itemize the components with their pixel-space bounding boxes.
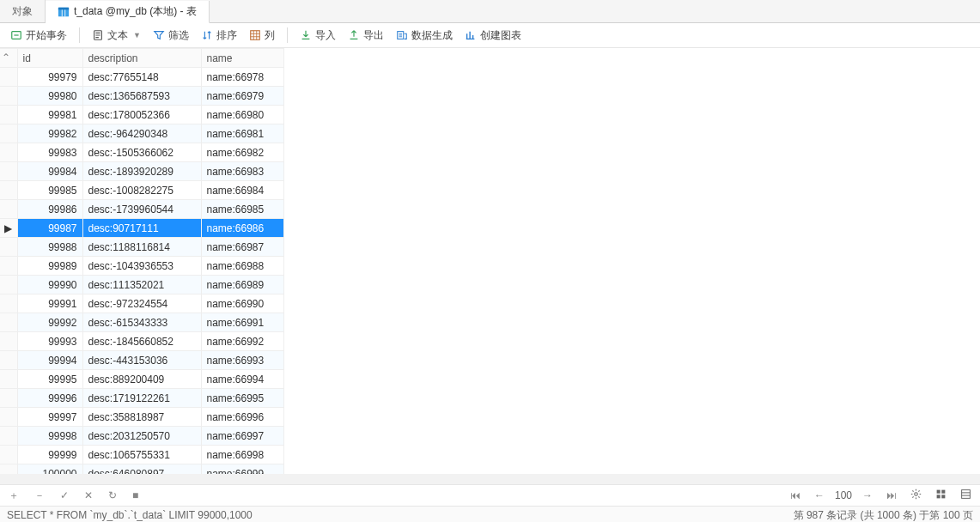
cell-name[interactable]: name:66979 (201, 87, 283, 106)
page-size-value[interactable]: 100 (835, 489, 852, 501)
first-page-button[interactable]: ⏮ (787, 488, 804, 503)
cell-description[interactable]: desc:-1739960544 (82, 200, 201, 219)
table-row[interactable]: 99994desc:-443153036name:66993 (0, 351, 283, 370)
cell-id[interactable]: 99980 (17, 87, 82, 106)
cell-name[interactable]: name:66990 (201, 294, 283, 313)
cell-description[interactable]: desc:90717111 (82, 219, 201, 238)
cell-name[interactable]: name:66984 (201, 181, 283, 200)
cell-description[interactable]: desc:-972324554 (82, 294, 201, 313)
cell-description[interactable]: desc:-443153036 (82, 351, 201, 370)
cell-description[interactable]: desc:1719122261 (82, 389, 201, 408)
cell-description[interactable]: desc:358818987 (82, 408, 201, 427)
cell-description[interactable]: desc:111352021 (82, 276, 201, 294)
cell-description[interactable]: desc:77655148 (82, 68, 201, 87)
table-row[interactable]: 99993desc:-1845660852name:66992 (0, 332, 283, 351)
cell-name[interactable]: name:66997 (201, 427, 283, 446)
cell-id[interactable]: 99992 (17, 313, 82, 332)
cell-id[interactable]: 99999 (17, 446, 82, 464)
column-header-description[interactable]: description (82, 49, 201, 68)
cell-id[interactable]: 99995 (17, 370, 82, 389)
cell-id[interactable]: 99990 (17, 276, 82, 294)
table-row[interactable]: 99997desc:358818987name:66996 (0, 408, 283, 427)
cell-description[interactable]: desc:1780052366 (82, 106, 201, 124)
table-row[interactable]: 99985desc:-1008282275name:66984 (0, 181, 283, 200)
cell-id[interactable]: 99985 (17, 181, 82, 200)
cancel-button[interactable]: ✕ (81, 488, 96, 503)
cell-description[interactable]: desc:-964290348 (82, 124, 201, 143)
cell-id[interactable]: 99991 (17, 294, 82, 313)
column-header-name[interactable]: name (201, 49, 283, 68)
cell-description[interactable]: desc:-1505366062 (82, 143, 201, 162)
table-row[interactable]: 99980desc:1365687593name:66979 (0, 87, 283, 106)
cell-name[interactable]: name:66996 (201, 408, 283, 427)
cell-description[interactable]: desc:-615343333 (82, 313, 201, 332)
cell-name[interactable]: name:66992 (201, 332, 283, 351)
cell-name[interactable]: name:66994 (201, 370, 283, 389)
columns-button[interactable]: 列 (244, 27, 280, 45)
cell-description[interactable]: desc:-1043936553 (82, 257, 201, 276)
tab-active-table[interactable]: t_data @my_db (本地) - 表 (46, 1, 210, 23)
filter-button[interactable]: 筛选 (148, 27, 194, 45)
cell-description[interactable]: desc:-1845660852 (82, 332, 201, 351)
cell-description[interactable]: desc:2031250570 (82, 427, 201, 446)
stop-button[interactable]: ■ (129, 488, 142, 503)
cell-name[interactable]: name:66983 (201, 162, 283, 181)
sort-button[interactable]: 排序 (196, 27, 242, 45)
next-page-button[interactable]: → (859, 488, 876, 503)
table-row[interactable]: 99996desc:1719122261name:66995 (0, 389, 283, 408)
table-row[interactable]: 99982desc:-964290348name:66981 (0, 124, 283, 143)
cell-description[interactable]: desc:1065755331 (82, 446, 201, 464)
cell-id[interactable]: 99986 (17, 200, 82, 219)
cell-name[interactable]: name:66981 (201, 124, 283, 143)
cell-name[interactable]: name:66988 (201, 257, 283, 276)
refresh-button[interactable]: ↻ (105, 488, 120, 503)
cell-name[interactable]: name:66986 (201, 219, 283, 238)
cell-id[interactable]: 99997 (17, 408, 82, 427)
last-page-button[interactable]: ⏭ (883, 488, 900, 503)
table-row[interactable]: 99988desc:1188116814name:66987 (0, 238, 283, 257)
cell-description[interactable]: desc:-1008282275 (82, 181, 201, 200)
import-button[interactable]: 导入 (295, 27, 341, 45)
table-row[interactable]: 99984desc:-1893920289name:66983 (0, 162, 283, 181)
data-generation-button[interactable]: 数据生成 (391, 27, 458, 45)
cell-name[interactable]: name:66989 (201, 276, 283, 294)
cell-id[interactable]: 99979 (17, 68, 82, 87)
cell-name[interactable]: name:66978 (201, 68, 283, 87)
cell-id[interactable]: 99998 (17, 427, 82, 446)
table-row[interactable]: 99979desc:77655148name:66978 (0, 68, 283, 87)
table-row[interactable]: 99986desc:-1739960544name:66985 (0, 200, 283, 219)
grid-view-toggle[interactable] (932, 487, 950, 504)
table-row[interactable]: 99989desc:-1043936553name:66988 (0, 257, 283, 276)
column-header-id[interactable]: id (17, 49, 82, 68)
cell-id[interactable]: 99983 (17, 143, 82, 162)
begin-transaction-button[interactable]: 开始事务 (5, 27, 72, 45)
cell-name[interactable]: name:66985 (201, 200, 283, 219)
tab-objects[interactable]: 对象 (0, 0, 46, 22)
table-row[interactable]: 99998desc:2031250570name:66997 (0, 427, 283, 446)
table-row[interactable]: 99995desc:889200409name:66994 (0, 370, 283, 389)
cell-description[interactable]: desc:889200409 (82, 370, 201, 389)
text-view-button[interactable]: 文本 ▼ (87, 27, 146, 45)
table-row[interactable]: 99992desc:-615343333name:66991 (0, 313, 283, 332)
cell-name[interactable]: name:66998 (201, 446, 283, 464)
cell-name[interactable]: name:66980 (201, 106, 283, 124)
cell-name[interactable]: name:66991 (201, 313, 283, 332)
commit-button[interactable]: ✓ (57, 488, 72, 503)
cell-id[interactable]: 99988 (17, 238, 82, 257)
cell-id[interactable]: 99996 (17, 389, 82, 408)
data-grid[interactable]: id description name 99979desc:77655148na… (0, 48, 284, 483)
cell-id[interactable]: 99989 (17, 257, 82, 276)
cell-id[interactable]: 99994 (17, 351, 82, 370)
horizontal-scrollbar[interactable] (0, 474, 980, 484)
cell-name[interactable]: name:66995 (201, 389, 283, 408)
cell-name[interactable]: name:66987 (201, 238, 283, 257)
table-row[interactable]: ▶99987desc:90717111name:66986 (0, 219, 283, 238)
cell-name[interactable]: name:66993 (201, 351, 283, 370)
delete-row-button[interactable]: － (31, 487, 48, 505)
cell-id[interactable]: 99981 (17, 106, 82, 124)
table-row[interactable]: 99999desc:1065755331name:66998 (0, 446, 283, 464)
create-chart-button[interactable]: 创建图表 (460, 27, 527, 45)
table-row[interactable]: 99981desc:1780052366name:66980 (0, 106, 283, 124)
form-view-toggle[interactable] (957, 487, 975, 504)
settings-button[interactable] (907, 487, 925, 504)
